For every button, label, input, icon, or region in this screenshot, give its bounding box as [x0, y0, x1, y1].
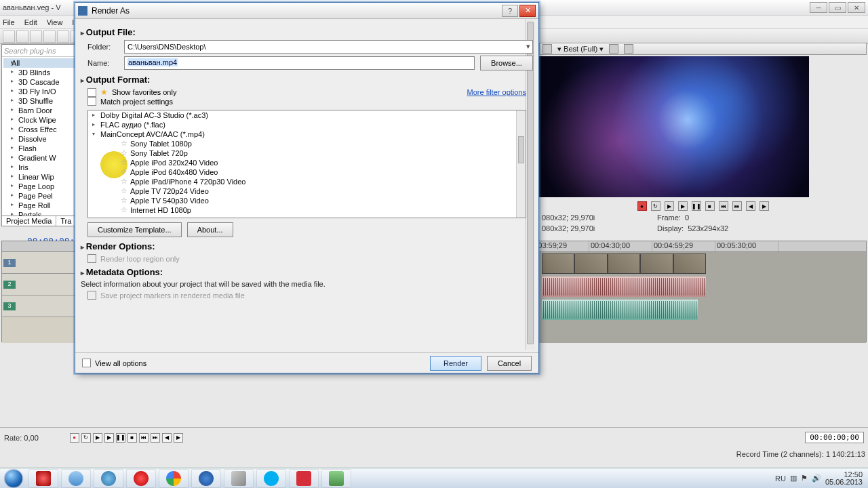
go-start-button[interactable]: ⏮ [139, 433, 149, 443]
dialog-title-bar[interactable]: Render As ? ✕ [75, 3, 538, 19]
tree-item[interactable]: Barn Door [3, 106, 76, 115]
preview-button[interactable] [542, 44, 552, 54]
format-category[interactable]: FLAC аудио (*.flac) [88, 120, 526, 129]
system-tray[interactable]: RU ▥ ⚑ 🔊 12:50 05.06.2013 [775, 471, 868, 486]
tray-icon[interactable]: ⚑ [801, 474, 808, 483]
menu-view[interactable]: View [47, 18, 63, 26]
track-header-video[interactable]: 1 [2, 252, 80, 274]
section-output-format[interactable]: Output Format: [81, 75, 533, 85]
format-template[interactable]: Sony Tablet 1080p [88, 139, 526, 148]
taskbar-app[interactable] [289, 469, 319, 488]
toolbar-button[interactable] [16, 30, 28, 43]
record-button[interactable]: ● [70, 433, 79, 443]
prev-frame-button[interactable]: ◀ [746, 201, 755, 211]
taskbar-app[interactable] [61, 469, 91, 488]
format-category[interactable]: MainConcept AVC/AAC (*.mp4) [88, 129, 526, 139]
about-button[interactable]: About... [187, 222, 233, 237]
format-list[interactable]: Dolby Digital AC-3 Studio (*.ac3) FLAC а… [87, 110, 526, 218]
tray-icon[interactable]: 🔊 [812, 474, 821, 483]
tree-item[interactable]: Cross Effec [3, 125, 76, 134]
match-project-checkbox[interactable] [87, 97, 96, 106]
taskbar-app[interactable] [321, 469, 351, 488]
tree-item[interactable]: 3D Shuffle [3, 96, 76, 106]
favorites-checkbox[interactable] [87, 88, 96, 97]
play-button[interactable]: ▶ [104, 433, 114, 443]
format-template[interactable]: Internet HD 1080p [88, 205, 526, 215]
pause-button[interactable]: ❚❚ [116, 433, 125, 443]
tree-item[interactable]: 3D Cascade [3, 77, 76, 87]
maximize-button[interactable]: ▭ [829, 2, 846, 13]
tree-item[interactable]: Page Loop [3, 182, 76, 191]
preview-button[interactable] [609, 44, 618, 54]
play-from-start-button[interactable]: ▶ [678, 201, 688, 211]
format-scrollbar[interactable] [516, 110, 526, 218]
menu-file[interactable]: File [3, 18, 15, 26]
customize-template-button[interactable]: Customize Template... [87, 222, 182, 237]
format-template[interactable]: Apple TV 540p30 Video [88, 196, 526, 205]
taskbar-app[interactable] [94, 469, 123, 488]
taskbar-app[interactable] [256, 469, 286, 488]
taskbar-app[interactable] [159, 469, 189, 488]
timecode-field[interactable]: 00:00:00;00 [805, 432, 864, 443]
audio-clip[interactable] [542, 277, 706, 297]
section-render-options[interactable]: Render Options: [81, 241, 533, 251]
tree-item[interactable]: Page Roll [3, 201, 76, 210]
tree-item[interactable]: Iris [3, 163, 76, 172]
tab-project-media[interactable]: Project Media [2, 216, 56, 226]
toolbar-button[interactable] [30, 30, 42, 43]
audio-clip[interactable] [542, 300, 698, 320]
format-template[interactable]: Apple iPad/iPhone 4 720p30 Video [88, 177, 526, 186]
track-header-audio[interactable]: 3 [2, 296, 80, 317]
cancel-button[interactable]: Cancel [487, 356, 532, 371]
help-button[interactable]: ? [502, 5, 518, 17]
tree-item[interactable]: Flash [3, 144, 76, 153]
minimize-button[interactable]: ─ [810, 2, 827, 13]
preview-quality[interactable]: Best (Full) [564, 45, 597, 53]
taskbar-app[interactable] [191, 469, 221, 488]
toolbar-button[interactable] [3, 30, 15, 43]
video-clip[interactable] [542, 253, 706, 274]
clock[interactable]: 12:50 05.06.2013 [825, 471, 863, 486]
render-button[interactable]: Render [430, 356, 481, 371]
prev-frame-button[interactable]: ◀ [162, 433, 172, 443]
format-template[interactable]: Apple iPod 640x480 Video [88, 167, 526, 177]
track-header-audio[interactable]: 2 [2, 274, 80, 296]
toolbar-button[interactable] [57, 30, 69, 43]
loop-button[interactable]: ↻ [651, 201, 660, 211]
format-category[interactable]: Dolby Digital AC-3 Studio (*.ac3) [88, 110, 526, 120]
preview-button[interactable] [624, 44, 633, 54]
menu-edit[interactable]: Edit [24, 18, 37, 26]
tree-item[interactable]: Page Peel [3, 191, 76, 201]
browse-button[interactable]: Browse... [480, 56, 533, 70]
go-start-button[interactable]: ⏮ [719, 201, 728, 211]
toolbar-button[interactable] [43, 30, 56, 43]
taskbar-app[interactable] [28, 469, 58, 488]
record-button[interactable]: ● [637, 201, 647, 211]
close-button[interactable]: ✕ [519, 5, 536, 17]
tree-item[interactable]: Linear Wip [3, 172, 76, 182]
next-frame-button[interactable]: ▶ [174, 433, 183, 443]
format-template[interactable]: Sony Tablet 720p [88, 148, 526, 158]
tray-icon[interactable]: ▥ [790, 474, 797, 483]
loop-button[interactable]: ↻ [81, 433, 91, 443]
format-template[interactable]: Apple iPod 320x240 Video [88, 158, 526, 167]
go-end-button[interactable]: ⏭ [732, 201, 742, 211]
section-metadata[interactable]: Metadata Options: [81, 267, 533, 277]
taskbar-app[interactable] [224, 469, 254, 488]
stop-button[interactable]: ■ [705, 201, 715, 211]
more-filter-link[interactable]: More filter options [467, 88, 526, 96]
language-indicator[interactable]: RU [775, 474, 786, 483]
stop-button[interactable]: ■ [127, 433, 137, 443]
tree-all[interactable]: All [3, 58, 76, 68]
tree-item[interactable]: Gradient W [3, 153, 76, 163]
view-all-checkbox[interactable] [82, 359, 91, 367]
close-window-button[interactable]: ✕ [848, 2, 865, 13]
search-plugins-input[interactable]: Search plug-ins [2, 45, 77, 57]
section-output-file[interactable]: Output File: [81, 27, 533, 37]
play-button[interactable]: ▶ [665, 201, 674, 211]
start-button[interactable] [0, 468, 27, 489]
pause-button[interactable]: ❚❚ [692, 201, 701, 211]
filename-input[interactable]: аваньван.mp4 [124, 56, 475, 70]
tree-item[interactable]: Clock Wipe [3, 115, 76, 125]
tree-item[interactable]: 3D Blinds [3, 68, 76, 77]
